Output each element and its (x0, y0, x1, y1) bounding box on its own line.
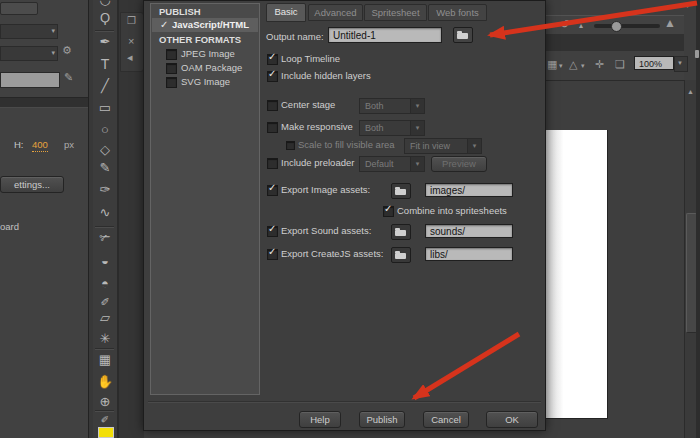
pencil-edit-icon[interactable]: ✎ (64, 71, 73, 84)
property-text-field[interactable] (0, 72, 60, 88)
eyedropper-tool[interactable]: ✐ (93, 294, 117, 310)
height-value[interactable]: 400 (32, 139, 48, 152)
publish-button[interactable]: Publish (359, 411, 405, 428)
chevron-down-icon: ▾ (410, 157, 424, 171)
export-sound-label: Export Sound assets: (281, 225, 371, 237)
combine-spritesheets-checkbox[interactable]: ✓ (383, 206, 394, 217)
scroll-down-icon[interactable]: ▼ (684, 2, 691, 9)
panel-button-stub[interactable] (0, 2, 38, 15)
tab-advanced[interactable]: Advanced (308, 4, 363, 21)
chevron-down-icon: ▾ (581, 62, 585, 70)
format-item-label: SVG Image (181, 76, 230, 88)
combine-spritesheets-label: Combine into spritesheets (397, 205, 507, 217)
bone-tool[interactable]: ✃ (93, 230, 117, 246)
image-path-input[interactable] (425, 183, 513, 197)
wrench-icon[interactable]: ⚙ (62, 44, 72, 57)
export-image-label: Export Image assets: (281, 184, 370, 196)
preview-button[interactable]: Preview (431, 156, 487, 172)
paint-bucket-tool[interactable]: ◒ (93, 253, 117, 269)
fill-color-swatch[interactable] (98, 427, 114, 438)
scale-fill-checkbox[interactable] (286, 141, 295, 150)
lasso-tool[interactable]: Ϙ (93, 10, 117, 26)
tab-web-fonts[interactable]: Web fonts (428, 4, 487, 21)
make-responsive-checkbox[interactable] (267, 122, 278, 133)
stage-zoom-value[interactable]: 100% (634, 56, 674, 70)
properties-panel: ▾ ▾ ⚙ ✎ H: 400 px ettings... oard (0, 0, 88, 438)
ok-button[interactable]: OK (486, 411, 538, 428)
sound-folder-button[interactable] (391, 224, 411, 240)
jpeg-checkbox[interactable] (166, 49, 177, 60)
frame-size-slider-thumb[interactable] (611, 21, 622, 32)
stage-canvas[interactable] (545, 130, 608, 419)
sound-path-input[interactable] (425, 224, 513, 238)
large-frame-icon[interactable]: ▲ (664, 16, 676, 30)
line-tool[interactable]: ╱ (93, 78, 117, 94)
oam-checkbox[interactable] (166, 63, 177, 74)
chevron-down-icon: ▾ (51, 49, 55, 57)
tab-spritesheet[interactable]: Spritesheet (364, 4, 427, 21)
center-stage-checkbox[interactable] (267, 100, 278, 111)
docked-panel-icon[interactable] (695, 50, 699, 58)
tab-basic[interactable]: Basic (266, 3, 306, 22)
clapperboard-icon[interactable]: ▦ (547, 58, 557, 71)
make-responsive-select[interactable]: Both▾ (359, 120, 425, 136)
other-formats-header: OTHER FORMATS (159, 34, 241, 46)
browse-folder-button[interactable] (453, 27, 473, 43)
rectangle-tool[interactable]: ▭ (93, 100, 117, 116)
toolbar-divider (95, 410, 114, 411)
pencil-tool[interactable]: ✎ (93, 160, 117, 176)
partial-tool[interactable]: ◡ (93, 0, 117, 8)
export-image-checkbox[interactable]: ✓ (267, 185, 278, 196)
hand-tool[interactable]: ✋ (93, 374, 117, 390)
frame-size-slider-track[interactable] (594, 24, 660, 28)
include-preloader-checkbox[interactable] (267, 158, 278, 169)
check-icon: ✓ (268, 69, 276, 79)
check-icon: ✓ (268, 247, 276, 257)
createjs-folder-button[interactable] (391, 247, 411, 263)
color-sampler-icon[interactable]: ✐ (93, 412, 117, 428)
oval-tool[interactable]: ○ (93, 122, 117, 138)
zoom-tool[interactable]: ⊕ (93, 394, 117, 410)
cancel-button[interactable]: Cancel (423, 411, 469, 428)
loop-timeline-label: Loop Timeline (281, 53, 340, 65)
format-item-javascript-html[interactable]: ✓ JavaScript/HTML (152, 18, 258, 32)
panel-flyout-icon[interactable]: ❐ (127, 15, 136, 26)
output-name-input[interactable] (328, 27, 442, 43)
pen-tool[interactable]: ✒ (93, 34, 117, 50)
frame-outline-icon[interactable]: ❏ (615, 58, 625, 71)
camera-tool[interactable]: ▦ (93, 352, 117, 368)
collapse-left-icon[interactable]: ◂ (127, 51, 133, 64)
property-dropdown-1[interactable]: ▾ (0, 24, 58, 39)
collapsed-panel-strip: ❐ × ◂ (118, 0, 144, 438)
preloader-select[interactable]: Default▾ (359, 156, 425, 172)
small-frame-icon[interactable]: ▴ (579, 21, 583, 30)
eraser-tool[interactable]: ▱ (93, 310, 117, 326)
loop-playback-icon[interactable]: ↺ (560, 18, 569, 31)
edit-symbols-icon[interactable]: △ (569, 58, 577, 71)
scale-fill-label: Scale to fill visible area (298, 139, 395, 151)
text-tool[interactable]: T (93, 56, 117, 72)
asset-warp-tool[interactable]: ✳ (93, 331, 117, 347)
stage-zoom-dropdown-button[interactable]: ▼ (674, 56, 688, 72)
timeline-footer: ↺ ▴ ▲ (545, 15, 684, 36)
ink-bottle-tool[interactable]: ◓ (93, 276, 117, 292)
scale-fill-select[interactable]: Fit in view▾ (404, 138, 482, 154)
center-stage-select[interactable]: Both▾ (359, 98, 425, 114)
check-icon: ✓ (268, 183, 276, 193)
brush-tool[interactable]: ✑ (93, 182, 117, 198)
width-tool[interactable]: ∿ (93, 205, 117, 221)
scroll-up-icon[interactable]: ▲ (687, 88, 694, 95)
close-icon[interactable]: × (128, 35, 134, 47)
help-button[interactable]: Help (299, 411, 341, 428)
createjs-path-input[interactable] (425, 247, 513, 261)
property-dropdown-2[interactable]: ▾ (0, 46, 58, 61)
include-hidden-layers-checkbox[interactable]: ✓ (267, 71, 278, 82)
export-createjs-checkbox[interactable]: ✓ (267, 249, 278, 260)
image-folder-button[interactable] (391, 183, 411, 199)
advanced-settings-button[interactable]: ettings... (0, 176, 64, 193)
svg-checkbox[interactable] (166, 77, 177, 88)
polystar-tool[interactable]: ◇ (93, 142, 117, 158)
loop-timeline-checkbox[interactable]: ✓ (267, 54, 278, 65)
registration-grid-icon[interactable]: ✛ (595, 58, 604, 71)
export-sound-checkbox[interactable]: ✓ (267, 226, 278, 237)
